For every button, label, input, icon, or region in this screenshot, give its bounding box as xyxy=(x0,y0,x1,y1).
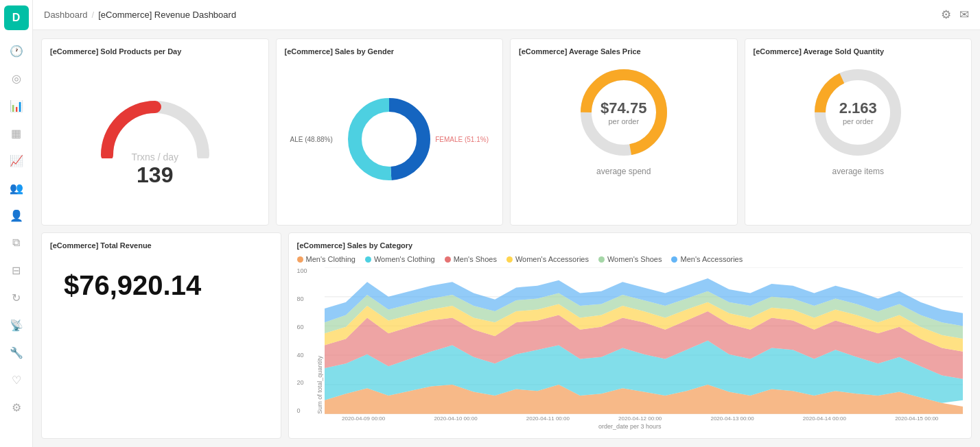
avg-price-donut xyxy=(572,61,675,164)
sales-by-gender-title: [eCommerce] Sales by Gender xyxy=(285,47,495,56)
legend-dot-womens-clothing xyxy=(365,256,371,263)
sidebar-item-wrench[interactable]: 🔧 xyxy=(4,340,29,365)
sidebar-item-user-group[interactable]: 👥 xyxy=(4,176,29,200)
breadcrumb-home[interactable]: Dashboard xyxy=(44,10,88,20)
header: Dashboard / [eCommerce] Revenue Dashboar… xyxy=(33,0,980,30)
legend-dot-mens-accessories xyxy=(671,256,677,263)
legend-mens-shoes: Men's Shoes xyxy=(445,255,497,263)
x-tick-1: 2020-04-09 00:00 xyxy=(342,415,385,422)
breadcrumb: Dashboard / [eCommerce] Revenue Dashboar… xyxy=(44,10,236,20)
avg-price-footer: average spend xyxy=(519,167,729,176)
legend-dot-womens-accessories xyxy=(506,256,513,263)
y-tick-100: 100 xyxy=(297,267,314,274)
sidebar-item-bar-chart[interactable]: 📊 xyxy=(4,93,29,118)
gauge-value: 139 xyxy=(131,162,178,188)
avg-qty-footer: average items xyxy=(754,167,964,176)
bottom-row: [eCommerce] Total Revenue $76,920.14 [eC… xyxy=(41,232,972,439)
sales-by-category-title: [eCommerce] Sales by Category xyxy=(297,241,964,250)
male-label: ALE (48.88%) xyxy=(290,135,333,143)
legend-womens-clothing: Women's Clothing xyxy=(365,255,435,263)
avg-sales-price-card: [eCommerce] Average Sales Price $74.75 p… xyxy=(510,38,738,226)
sold-products-card: [eCommerce] Sold Products per Day Trxns … xyxy=(41,38,269,226)
mail-icon[interactable]: ✉ xyxy=(959,8,969,22)
total-revenue-card: [eCommerce] Total Revenue $76,920.14 xyxy=(41,232,281,439)
female-label: FEMALE (51.1%) xyxy=(435,135,489,143)
dashboard-content: [eCommerce] Sold Products per Day Trxns … xyxy=(33,30,980,447)
sales-by-category-card: [eCommerce] Sales by Category Men's Clot… xyxy=(288,232,972,439)
sidebar-item-user[interactable]: 👤 xyxy=(4,203,29,228)
avg-qty-donut xyxy=(806,61,909,164)
x-tick-6: 2020-04-14 00:00 xyxy=(803,415,846,422)
y-tick-80: 80 xyxy=(297,295,314,302)
total-revenue-title: [eCommerce] Total Revenue xyxy=(50,241,272,250)
legend-label-womens-clothing: Women's Clothing xyxy=(374,255,435,263)
x-axis: 2020-04-09 00:00 2020-04-10 00:00 2020-0… xyxy=(318,415,964,422)
legend-label-mens-accessories: Men's Accessories xyxy=(680,255,743,263)
y-tick-0: 0 xyxy=(297,407,314,414)
x-tick-4: 2020-04-12 00:00 xyxy=(618,415,662,422)
category-legend: Men's Clothing Women's Clothing Men's Sh… xyxy=(297,255,964,263)
sidebar-item-compass[interactable]: ◎ xyxy=(4,66,29,90)
y-axis-label: Sum of total_quantity xyxy=(316,267,323,414)
sidebar-item-clock[interactable]: 🕐 xyxy=(4,38,29,63)
sales-by-gender-card: [eCommerce] Sales by Gender ALE (48.88%)… xyxy=(276,38,504,226)
settings-icon[interactable]: ⚙ xyxy=(941,8,951,22)
legend-label-mens-clothing: Men's Clothing xyxy=(306,255,355,263)
sidebar-item-heart[interactable]: ♡ xyxy=(4,367,29,392)
gender-donut-container: ALE (48.88%) FEMALE (51.1%) xyxy=(285,61,495,217)
breadcrumb-current: [eCommerce] Revenue Dashboard xyxy=(98,10,236,20)
y-tick-40: 40 xyxy=(297,352,314,359)
gauge-container: Trxns / day 139 xyxy=(50,61,260,217)
y-axis: 0 20 40 60 80 100 xyxy=(297,267,316,414)
legend-dot-womens-shoes xyxy=(598,256,605,263)
header-actions: ⚙ ✉ xyxy=(941,8,969,22)
avg-sold-qty-card: [eCommerce] Average Sold Quantity 2.163 … xyxy=(745,38,972,226)
legend-womens-accessories: Women's Accessories xyxy=(506,255,589,263)
avg-qty-donut-container: 2.163 per order xyxy=(754,61,964,164)
avg-sold-qty-title: [eCommerce] Average Sold Quantity xyxy=(754,47,964,56)
legend-mens-clothing: Men's Clothing xyxy=(297,255,355,263)
legend-mens-accessories: Men's Accessories xyxy=(671,255,743,263)
sidebar-item-chart-alt[interactable]: 📈 xyxy=(4,148,29,173)
main-content: Dashboard / [eCommerce] Revenue Dashboar… xyxy=(33,0,980,447)
sidebar-item-refresh[interactable]: ↻ xyxy=(4,285,29,310)
legend-dot-mens-shoes xyxy=(445,256,451,263)
gauge-label: Trxns / day 139 xyxy=(131,152,178,188)
sold-products-title: [eCommerce] Sold Products per Day xyxy=(50,47,260,56)
y-tick-60: 60 xyxy=(297,324,314,330)
total-revenue-value: $76,920.14 xyxy=(64,270,272,301)
x-axis-label: order_date per 3 hours xyxy=(297,423,964,430)
avg-price-donut-container: $74.75 per order xyxy=(519,61,729,164)
gauge-subtitle: Trxns / day xyxy=(131,152,178,162)
y-tick-20: 20 xyxy=(297,379,314,386)
gauge-chart xyxy=(93,90,217,158)
legend-label-mens-shoes: Men's Shoes xyxy=(454,255,497,263)
sidebar-item-filter[interactable]: ⊟ xyxy=(4,258,29,282)
x-tick-3: 2020-04-11 00:00 xyxy=(526,415,570,422)
x-tick-5: 2020-04-13 00:00 xyxy=(710,415,754,422)
sidebar-item-table[interactable]: ▦ xyxy=(4,121,29,145)
top-row: [eCommerce] Sold Products per Day Trxns … xyxy=(41,38,972,226)
avg-sales-price-title: [eCommerce] Average Sales Price xyxy=(519,47,729,56)
sidebar-item-broadcast[interactable]: 📡 xyxy=(4,313,29,337)
legend-dot-mens-clothing xyxy=(297,256,303,263)
legend-womens-shoes: Women's Shoes xyxy=(598,255,662,263)
x-tick-7: 2020-04-15 00:00 xyxy=(895,415,938,422)
legend-label-womens-shoes: Women's Shoes xyxy=(607,255,662,263)
app-logo[interactable]: D xyxy=(4,5,29,30)
x-tick-2: 2020-04-10 00:00 xyxy=(434,415,477,422)
breadcrumb-separator: / xyxy=(92,10,95,20)
sidebar-item-gear[interactable]: ⚙ xyxy=(4,395,29,420)
category-chart-svg xyxy=(325,267,964,414)
sidebar-item-layers[interactable]: ⧉ xyxy=(4,230,29,255)
sidebar: D 🕐 ◎ 📊 ▦ 📈 👥 👤 ⧉ ⊟ ↻ 📡 🔧 ♡ ⚙ xyxy=(0,0,33,447)
category-chart-area: 0 20 40 60 80 100 Sum of total_quantity xyxy=(297,267,964,430)
legend-label-womens-accessories: Women's Accessories xyxy=(515,255,589,263)
gender-donut-chart xyxy=(341,91,437,187)
